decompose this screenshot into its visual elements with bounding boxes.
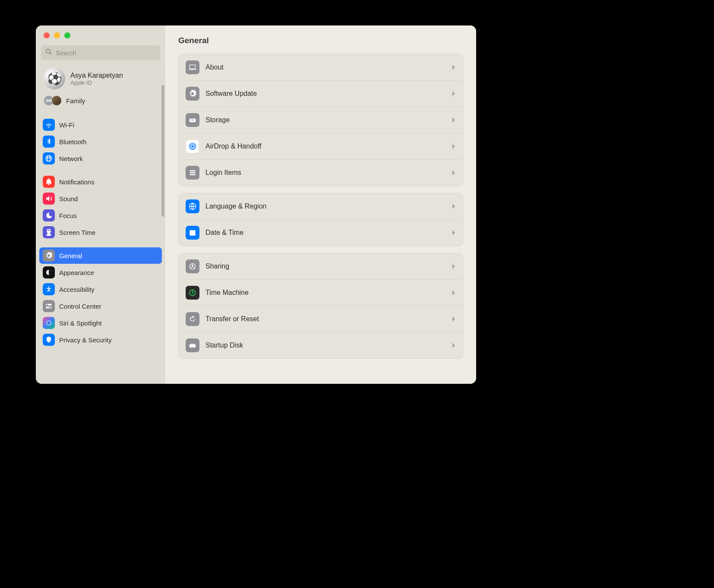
svg-point-11 <box>192 145 194 148</box>
settings-group: Language & Region Date & Time <box>178 193 463 246</box>
chevron-right-icon <box>452 342 456 348</box>
sidebar-item-label: Network <box>59 155 83 162</box>
minimize-button[interactable] <box>54 32 60 38</box>
row-storage[interactable]: Storage <box>179 107 463 133</box>
chevron-right-icon <box>452 143 456 149</box>
sidebar-item-control-center[interactable]: Control Center <box>39 298 162 314</box>
sidebar-family[interactable]: SM Family <box>39 93 162 110</box>
sound-icon <box>43 193 55 205</box>
list-icon <box>186 166 199 180</box>
sidebar-item-general[interactable]: General <box>39 247 162 264</box>
chevron-right-icon <box>452 117 456 123</box>
sidebar-scroll[interactable]: ⚽ Asya Karapetyan Apple ID SM Family <box>36 64 165 384</box>
notifications-icon <box>43 176 55 188</box>
wifi-icon <box>43 119 55 131</box>
sidebar-item-screen-time[interactable]: Screen Time <box>39 224 162 240</box>
sidebar-item-sound[interactable]: Sound <box>39 190 162 207</box>
svg-point-1 <box>48 286 50 288</box>
row-label: Language & Region <box>205 202 445 210</box>
row-label: Login Items <box>205 169 445 177</box>
chevron-right-icon <box>452 203 456 209</box>
sidebar-item-appearance[interactable]: Appearance <box>39 264 162 281</box>
sidebar-item-label: Focus <box>59 212 77 219</box>
svg-rect-25 <box>190 344 195 345</box>
close-button[interactable] <box>44 32 50 38</box>
avatar: ⚽ <box>44 68 65 89</box>
row-airdrop-handoff[interactable]: AirDrop & Handoff <box>179 133 463 160</box>
row-label: Time Machine <box>205 289 445 297</box>
accessibility-icon <box>43 283 55 295</box>
siri-icon <box>43 317 55 329</box>
window-titlebar <box>36 25 165 45</box>
svg-rect-24 <box>190 345 196 348</box>
gear-icon <box>186 87 199 101</box>
row-software-update[interactable]: Software Update <box>179 81 463 107</box>
search-field[interactable] <box>41 45 160 60</box>
svg-rect-10 <box>191 120 194 120</box>
svg-point-22 <box>192 264 193 266</box>
sidebar-item-bluetooth[interactable]: Bluetooth <box>39 133 162 150</box>
sidebar-item-network[interactable]: Network <box>39 150 162 167</box>
sidebar-item-label: Notifications <box>59 178 95 186</box>
network-icon <box>43 152 55 164</box>
sidebar-item-notifications[interactable]: Notifications <box>39 174 162 190</box>
chevron-right-icon <box>452 64 456 70</box>
chevron-right-icon <box>452 230 456 236</box>
svg-rect-3 <box>46 307 52 309</box>
family-label: Family <box>66 97 85 104</box>
sidebar-item-label: Screen Time <box>59 229 95 236</box>
maximize-button[interactable] <box>64 32 70 38</box>
row-label: Date & Time <box>205 229 445 237</box>
sidebar-item-siri-spotlight[interactable]: Siri & Spotlight <box>39 315 162 331</box>
row-startup-disk[interactable]: Startup Disk <box>179 332 463 358</box>
settings-window: ⚽ Asya Karapetyan Apple ID SM Family <box>36 25 476 384</box>
focus-icon <box>43 209 55 221</box>
sidebar-account[interactable]: ⚽ Asya Karapetyan Apple ID <box>39 64 162 93</box>
sidebar-item-label: General <box>59 252 82 259</box>
gear-icon <box>43 250 55 262</box>
row-label: AirDrop & Handoff <box>205 142 445 150</box>
chevron-right-icon <box>452 263 456 269</box>
row-label: About <box>205 63 445 71</box>
screen-time-icon <box>43 226 55 238</box>
sharing-icon <box>186 259 199 273</box>
sidebar-item-wifi[interactable]: Wi-Fi <box>39 117 162 133</box>
svg-point-20 <box>193 234 196 236</box>
settings-group: About Software Update Storage <box>178 54 463 186</box>
row-time-machine[interactable]: Time Machine <box>179 280 463 306</box>
sidebar-item-focus[interactable]: Focus <box>39 207 162 224</box>
privacy-icon <box>43 334 55 346</box>
sidebar-item-privacy-security[interactable]: Privacy & Security <box>39 332 162 348</box>
row-date-time[interactable]: Date & Time <box>179 220 463 246</box>
sidebar: ⚽ Asya Karapetyan Apple ID SM Family <box>36 25 165 384</box>
bluetooth-icon <box>43 136 55 148</box>
row-login-items[interactable]: Login Items <box>179 160 463 186</box>
account-name: Asya Karapetyan <box>70 72 123 79</box>
search-input[interactable] <box>56 49 156 57</box>
svg-point-6 <box>47 321 51 326</box>
chevron-right-icon <box>452 290 456 296</box>
chevron-right-icon <box>452 316 456 322</box>
sidebar-item-label: Privacy & Security <box>59 336 112 344</box>
sidebar-item-accessibility[interactable]: Accessibility <box>39 281 162 297</box>
sidebar-item-label: Sound <box>59 195 78 202</box>
family-avatars: SM <box>44 95 62 106</box>
chevron-right-icon <box>452 170 456 176</box>
sidebar-item-label: Wi-Fi <box>59 121 74 129</box>
row-label: Sharing <box>205 262 445 270</box>
sidebar-item-label: Accessibility <box>59 286 95 293</box>
settings-group: Sharing Time Machine Transfer or Reset <box>178 253 463 359</box>
sidebar-item-label: Appearance <box>59 269 94 276</box>
laptop-icon <box>186 60 199 74</box>
svg-point-21 <box>190 263 195 269</box>
control-center-icon <box>43 300 55 312</box>
sidebar-item-label: Siri & Spotlight <box>59 319 101 327</box>
svg-rect-14 <box>190 170 195 171</box>
sidebar-scrollbar[interactable] <box>161 85 164 217</box>
row-about[interactable]: About <box>179 54 463 81</box>
svg-rect-7 <box>190 65 195 69</box>
row-language-region[interactable]: Language & Region <box>179 193 463 220</box>
row-transfer-reset[interactable]: Transfer or Reset <box>179 306 463 332</box>
row-label: Transfer or Reset <box>205 315 445 323</box>
row-sharing[interactable]: Sharing <box>179 253 463 280</box>
